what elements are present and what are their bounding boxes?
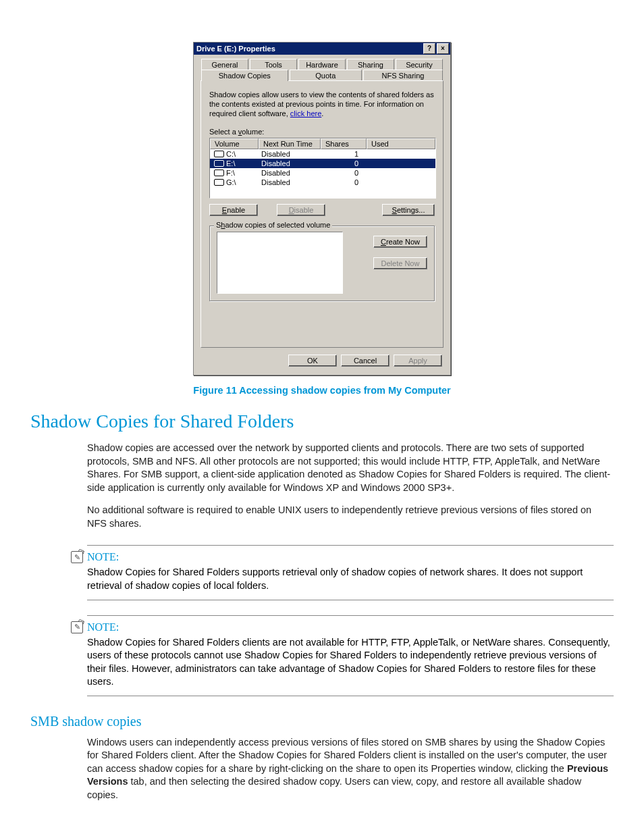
header-shares[interactable]: Shares: [321, 138, 367, 149]
paragraph-3b: tab, and then selecting the desired shad…: [87, 776, 581, 800]
volume-table[interactable]: Volume Next Run Time Shares Used C:\Disa…: [209, 138, 436, 199]
note-block-2: ✎ NOTE: Shadow Copies for Shared Folders…: [87, 615, 614, 696]
drive-icon: [214, 179, 224, 186]
tab-general[interactable]: General: [201, 59, 248, 70]
heading-smb: SMB shadow copies: [30, 714, 614, 729]
delete-now-button: Delete Now: [373, 257, 427, 269]
header-volume[interactable]: Volume: [210, 138, 259, 149]
description-text: Shadow copies allow users to view the co…: [209, 90, 435, 118]
drive-icon: [214, 151, 224, 157]
note-text-2: Shadow Copies for Shared Folders clients…: [87, 636, 614, 689]
snapshot-list[interactable]: [217, 232, 343, 294]
disable-button: Disable: [277, 204, 325, 216]
help-icon[interactable]: ?: [423, 43, 435, 54]
paragraph-1: Shadow copies are accessed over the netw…: [87, 442, 614, 494]
tab-hardware[interactable]: Hardware: [298, 59, 346, 70]
enable-button[interactable]: Enable: [209, 204, 258, 216]
volume-table-header: Volume Next Run Time Shares Used: [210, 138, 435, 149]
volume-buttons: Enable Disable Settings...: [209, 204, 435, 216]
paragraph-3: Windows users can independently access p…: [87, 736, 614, 802]
heading-shadow-copies: Shadow Copies for Shared Folders: [30, 411, 614, 432]
close-icon[interactable]: ×: [437, 43, 449, 54]
drive-icon: [214, 160, 224, 167]
tab-panel-shadow-copies: Shadow copies allow users to view the co…: [200, 80, 444, 348]
figure-caption: Figure 11 Accessing shadow copies from M…: [30, 385, 614, 396]
create-now-button[interactable]: Create Now: [373, 236, 427, 248]
cancel-button[interactable]: Cancel: [341, 355, 390, 367]
click-here-link[interactable]: click here: [290, 109, 321, 118]
tabstrip-row-1: General Tools Hardware Sharing Security: [200, 59, 444, 70]
note-block-1: ✎ NOTE: Shadow Copies for Shared Folders…: [87, 545, 614, 600]
tab-nfs-sharing[interactable]: NFS Sharing: [363, 70, 443, 81]
note-text-1: Shadow Copies for Shared Folders support…: [87, 566, 614, 592]
header-next-run[interactable]: Next Run Time: [259, 138, 321, 149]
select-volume-label: Select a volume:: [209, 128, 435, 136]
table-row[interactable]: F:\Disabled0: [210, 168, 435, 178]
selected-volume-fieldset: Shadow copies of selected volume Create …: [209, 226, 435, 301]
properties-dialog: Drive E (E:) Properties ? × General Tool…: [193, 42, 451, 375]
header-used[interactable]: Used: [367, 138, 435, 149]
tab-shadow-copies[interactable]: Shadow Copies: [201, 70, 288, 81]
paragraph-3a: Windows users can independently access p…: [87, 737, 607, 774]
tab-quota[interactable]: Quota: [290, 70, 362, 81]
tab-tools[interactable]: Tools: [250, 59, 297, 70]
dialog-footer: OK Cancel Apply: [200, 355, 444, 368]
ok-button[interactable]: OK: [288, 355, 337, 367]
tab-sharing[interactable]: Sharing: [347, 59, 394, 70]
note-icon: ✎: [71, 551, 83, 563]
fieldset-legend: Shadow copies of selected volume: [214, 221, 332, 229]
description-suffix: .: [321, 109, 323, 118]
drive-icon: [214, 170, 224, 176]
table-row[interactable]: G:\Disabled0: [210, 178, 435, 187]
window-title: Drive E (E:) Properties: [196, 45, 422, 53]
paragraph-2: No additional software is required to en…: [87, 504, 614, 530]
tab-security[interactable]: Security: [396, 59, 443, 70]
table-row[interactable]: C:\Disabled1: [210, 149, 435, 159]
tabstrip-row-2: Shadow Copies Quota NFS Sharing: [200, 70, 444, 81]
titlebar: Drive E (E:) Properties ? ×: [194, 43, 450, 55]
table-row[interactable]: E:\Disabled0: [210, 159, 435, 168]
note-icon: ✎: [71, 621, 83, 633]
note-label: NOTE:: [87, 551, 119, 563]
settings-button[interactable]: Settings...: [382, 204, 435, 216]
apply-button: Apply: [394, 355, 442, 367]
note-label: NOTE:: [87, 621, 119, 633]
